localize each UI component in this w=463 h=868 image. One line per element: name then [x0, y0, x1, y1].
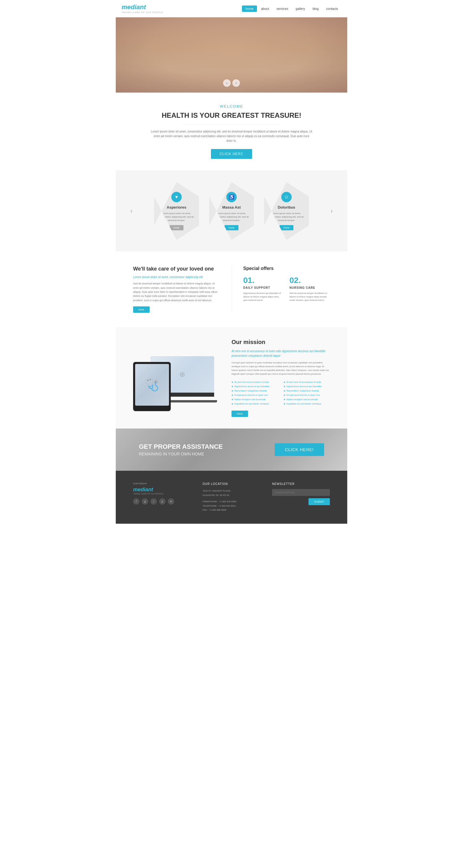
offer-label-2: NURSING CARE [289, 286, 330, 289]
welcome-divider [183, 124, 280, 125]
care-title: We'll take care of your loved one [133, 266, 220, 272]
footer-logo-brand: mediant [133, 487, 153, 492]
welcome-section: WELCOME HEALTH IS YOUR GREATEST TREASURE… [116, 93, 347, 170]
care-subtitle: Lorem ipsum dolor sit amet, consectetur … [133, 275, 220, 279]
service-icon-2: ♿ [226, 192, 237, 202]
social-pinterest[interactable]: p [159, 498, 165, 505]
care-more-button[interactable]: more [133, 306, 150, 313]
offer-num-1: 01. [243, 276, 284, 285]
device-tablet: 🩺 [133, 362, 171, 411]
footer-freephone: +1 800 339 6590 [219, 500, 236, 503]
special-offers-title: Special offers [243, 266, 330, 271]
welcome-text: Lorem ipsum dolor sit amet, consectetur … [151, 129, 312, 143]
mission-highlight: At vero eos et accusamus et iusto odio d… [232, 349, 330, 358]
footer-location-title: OUR LOCATION [203, 482, 260, 486]
nav-home[interactable]: home [242, 5, 257, 12]
footer-col-location: OUR LOCATION 7610 ST VINCENT PLACE,GLASG… [203, 482, 260, 512]
mission-list-item: Errupti quos dolores et quas mol [284, 393, 330, 397]
service-title-1: Asperiores [167, 205, 186, 210]
nav-gallery[interactable]: gallery [292, 5, 308, 12]
service-icon-1: ♥ [171, 192, 182, 202]
mission-list-item: Eupidlata non provident, similique [284, 402, 330, 406]
mission-list-right: At vero eos et accusamus et iusto Dignis… [284, 380, 330, 406]
newsletter-submit-button[interactable]: SUBMIT [308, 498, 330, 505]
mission-list-item: Dignissimos ducimus qui blanditiis [284, 384, 330, 389]
service-card-2: ♿ Massa Ast Lorem ipsum dolor sit amet, … [206, 182, 257, 240]
footer-address: 7610 ST VINCENT PLACE,GLASGOW, DC 45 FR … [203, 489, 260, 497]
tablet-screen: 🩺 [135, 364, 169, 406]
cta-title: GET PROPER ASSISTANCE [139, 443, 223, 451]
offer-label-1: DAILY SUPPORT [243, 286, 284, 289]
offer-text-2: Sed do eiusmod tempor incididunt ut labo… [289, 292, 330, 302]
welcome-title: HEALTH IS YOUR GREATEST TREASURE! [151, 111, 312, 120]
services-next-button[interactable]: › [328, 207, 336, 215]
nav-blog[interactable]: blog [309, 5, 322, 12]
mission-list-item: At vero eos et accusamus et iusto [232, 380, 278, 384]
footer-contact: FREEPHONE: +1 800 339 6590 TELEPHONE: +1… [203, 500, 260, 512]
header: mediant TAKING CARE OF OLD PEOPLE home a… [116, 0, 347, 18]
service-text-1: Lorem ipsum dolor sit amet, consectetur … [156, 212, 197, 222]
device-stack: ⊕ 🩺 [133, 350, 214, 420]
offer-text-1: Dignissimos ducimus qui blanditiis ut la… [243, 292, 284, 302]
nav-services[interactable]: services [273, 5, 291, 12]
hero-prev-button[interactable]: ‹ [223, 79, 230, 87]
footer-tagline: TAKING CARE OF OLD PEOPLE [133, 493, 191, 495]
care-right: Special offers 01. DAILY SUPPORT Digniss… [243, 266, 330, 313]
cta-banner: GET PROPER ASSISTANCE REMAINING IN YOUR … [116, 429, 347, 471]
welcome-label: WELCOME [151, 104, 312, 108]
social-facebook[interactable]: f [133, 498, 140, 505]
service-title-3: Doloribus [278, 205, 296, 210]
footer: COPYRIGHT mediant TAKING CARE OF OLD PEO… [116, 471, 347, 524]
mission-more-button[interactable]: more [232, 410, 248, 417]
mission-images: ⊕ 🩺 [116, 327, 226, 429]
mission-text: Corrupti quos dolores et quas molestiae … [232, 361, 330, 376]
footer-copyright-label: COPYRIGHT [133, 482, 191, 485]
mission-list-item: Eupidlata non provident, similique [232, 402, 278, 406]
mission-list-item: At vero eos et accusamus et iusto [284, 380, 330, 384]
service-more-btn-3[interactable]: more [280, 225, 294, 230]
hero-next-button[interactable]: › [233, 79, 240, 87]
care-section: We'll take care of your loved one Lorem … [116, 251, 347, 327]
mission-lists: At vero eos et accusamus et iusto Dignis… [232, 380, 330, 406]
offer-1: 01. DAILY SUPPORT Dignissimos ducimus qu… [243, 276, 284, 302]
services-prev-button[interactable]: ‹ [127, 207, 135, 215]
nav-contacts[interactable]: contacts [323, 5, 341, 12]
service-title-2: Massa Ast [222, 205, 241, 210]
service-icon-3: ☺ [281, 192, 292, 202]
service-text-2: Lorem ipsum dolor sit amet, consectetur … [211, 212, 252, 222]
service-cards: ♥ Asperiores Lorem ipsum dolor sit amet,… [135, 182, 328, 240]
welcome-cta-button[interactable]: CLICK HERE [211, 149, 252, 159]
mission-title: Our mission [232, 339, 330, 345]
footer-telephone: +1 800 663 6021 [218, 505, 236, 507]
service-more-btn-2[interactable]: more [224, 225, 239, 230]
logo-area: mediant TAKING CARE OF OLD PEOPLE [122, 3, 163, 13]
mission-list-item: Aatlas excepturi sint accaecati [284, 397, 330, 402]
logo: mediant [122, 3, 163, 11]
newsletter-email-input[interactable] [272, 489, 330, 496]
cta-button[interactable]: CLICK HERE! [275, 443, 324, 456]
mission-list-item: Raesentium voluptatum deleniti [284, 389, 330, 393]
laptop-content-icon: ⊕ [179, 370, 185, 378]
services-section: ‹ ♥ Asperiores Lorem ipsum dolor sit ame… [116, 170, 347, 251]
stethoscope-icon: 🩺 [145, 378, 159, 392]
social-rss[interactable]: r [151, 498, 157, 505]
care-divider [232, 266, 232, 313]
service-text-3: Lorem ipsum dolor sit amet, consectetur … [266, 212, 307, 222]
service-card-3: ☺ Doloribus Lorem ipsum dolor sit amet, … [260, 182, 312, 240]
services-inner: ‹ ♥ Asperiores Lorem ipsum dolor sit ame… [116, 182, 347, 240]
social-googleplus[interactable]: g [142, 498, 148, 505]
mission-list-item: Aatlas excepturi sint accaecati [232, 397, 278, 402]
social-linkedin[interactable]: in [168, 498, 174, 505]
footer-social: f g r p in [133, 498, 191, 505]
mission-list-item: Raesentium voluptatum deleniti [232, 389, 278, 393]
service-more-btn-1[interactable]: more [169, 225, 184, 230]
nav-about[interactable]: about [257, 5, 273, 12]
logo-tagline: TAKING CARE OF OLD PEOPLE [122, 11, 163, 13]
care-text: Sed do eiusmod tempor incididunt ut labo… [133, 281, 220, 302]
mission-list-item: Dignissimos ducimus qui blanditiis [232, 384, 278, 389]
mission-list-left: At vero eos et accusamus et iusto Dignis… [232, 380, 278, 406]
hero-section: ‹ › [116, 18, 347, 93]
hero-navigation: ‹ › [223, 79, 240, 87]
service-card-1: ♥ Asperiores Lorem ipsum dolor sit amet,… [151, 182, 203, 240]
footer-logo: mediant [133, 487, 191, 493]
